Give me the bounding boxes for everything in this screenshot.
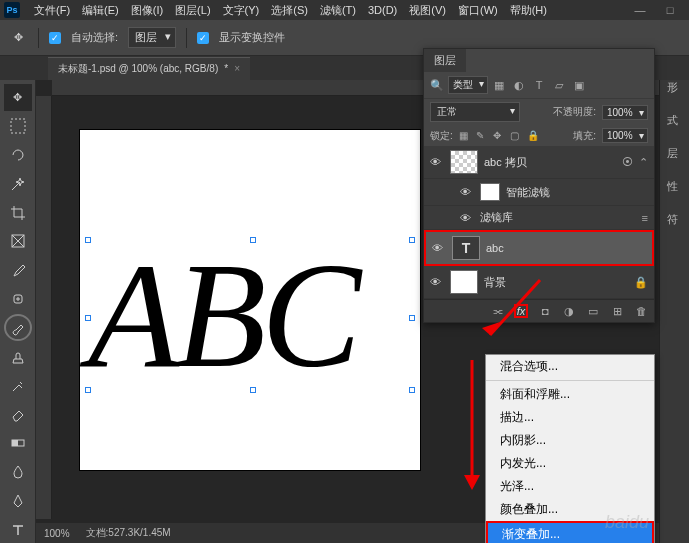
crop-tool[interactable] — [4, 199, 32, 226]
close-icon[interactable]: × — [234, 63, 240, 74]
layer-style-menu: 混合选项... 斜面和浮雕... 描边... 内阴影... 内发光... 光泽.… — [485, 354, 655, 543]
panel-shortcut[interactable]: 式 — [659, 113, 685, 128]
filter-adjust-icon[interactable]: ◐ — [512, 78, 526, 92]
group-icon[interactable]: ▭ — [586, 304, 600, 318]
fx-menu-item[interactable]: 颜色叠加... — [486, 498, 654, 521]
document-dirty-marker: * — [224, 63, 228, 74]
canvas-text: ABC — [88, 240, 412, 390]
visibility-icon[interactable]: 👁 — [460, 186, 474, 198]
type-tool[interactable] — [4, 516, 32, 543]
brush-tool[interactable] — [4, 314, 32, 341]
new-layer-icon[interactable]: ⊞ — [610, 304, 624, 318]
menu-file[interactable]: 文件(F) — [28, 1, 76, 20]
fx-menu-item[interactable]: 混合选项... — [486, 355, 654, 378]
layer-item[interactable]: 👁 背景 🔒 — [424, 266, 654, 299]
lock-transparency-icon[interactable]: ▦ — [459, 130, 471, 142]
show-transform-checkbox[interactable]: ✓ — [197, 32, 209, 44]
filter-smart-icon[interactable]: ▣ — [572, 78, 586, 92]
marquee-tool[interactable] — [4, 113, 32, 140]
layer-sub-item[interactable]: 👁 智能滤镜 — [424, 179, 654, 206]
layer-item-selected[interactable]: 👁 T abc — [424, 230, 654, 266]
smart-object-icon: ⦿ — [622, 156, 633, 168]
window-maximize[interactable]: □ — [655, 1, 685, 19]
filter-shape-icon[interactable]: ▱ — [552, 78, 566, 92]
window-minimize[interactable]: — — [625, 1, 655, 19]
divider — [186, 28, 187, 48]
expand-icon[interactable]: ⌃ — [639, 156, 648, 169]
eyedropper-tool[interactable] — [4, 257, 32, 284]
adjustment-layer-icon[interactable]: ◑ — [562, 304, 576, 318]
fx-menu-item[interactable]: 内发光... — [486, 452, 654, 475]
lock-pixels-icon[interactable]: ✎ — [476, 130, 488, 142]
blend-mode-select[interactable]: 正常 — [430, 102, 520, 122]
menu-edit[interactable]: 编辑(E) — [76, 1, 125, 20]
panel-shortcut[interactable]: 性 — [659, 179, 685, 194]
fx-menu-item[interactable]: 内阴影... — [486, 429, 654, 452]
filter-type-icon[interactable]: T — [532, 78, 546, 92]
zoom-level[interactable]: 100% — [44, 528, 70, 539]
fx-menu-item[interactable]: 光泽... — [486, 475, 654, 498]
gradient-tool[interactable] — [4, 430, 32, 457]
opacity-label: 不透明度: — [553, 105, 596, 119]
panel-shortcut[interactable]: 符 — [659, 212, 685, 227]
fx-menu-item[interactable]: 描边... — [486, 406, 654, 429]
menu-image[interactable]: 图像(I) — [125, 1, 169, 20]
add-mask-icon[interactable]: ◘ — [538, 304, 552, 318]
menu-layer[interactable]: 图层(L) — [169, 1, 216, 20]
auto-select-checkbox[interactable]: ✓ — [49, 32, 61, 44]
right-panel-labels: 形 式 层 性 符 — [659, 80, 685, 227]
menu-filter[interactable]: 滤镜(T) — [314, 1, 362, 20]
visibility-icon[interactable]: 👁 — [430, 156, 444, 168]
menu-3d[interactable]: 3D(D) — [362, 2, 403, 18]
clone-stamp-tool[interactable] — [4, 343, 32, 370]
auto-select-label: 自动选择: — [71, 30, 118, 45]
healing-tool[interactable] — [4, 286, 32, 313]
frame-tool[interactable] — [4, 228, 32, 255]
layer-name: abc — [486, 242, 646, 254]
svg-rect-4 — [12, 440, 18, 446]
text-layer-bounds[interactable]: ABC — [88, 240, 412, 390]
delete-layer-icon[interactable]: 🗑 — [634, 304, 648, 318]
layers-tab[interactable]: 图层 — [424, 49, 466, 72]
search-icon[interactable]: 🔍 — [430, 79, 444, 92]
menu-select[interactable]: 选择(S) — [265, 1, 314, 20]
visibility-icon[interactable]: 👁 — [432, 242, 446, 254]
ruler-vertical[interactable] — [36, 96, 52, 519]
panel-shortcut[interactable]: 形 — [659, 80, 685, 95]
layer-name: 滤镜库 — [480, 210, 636, 225]
svg-rect-0 — [11, 119, 25, 133]
layer-fx-button[interactable]: fx — [514, 304, 528, 318]
menu-type[interactable]: 文字(Y) — [217, 1, 266, 20]
fx-menu-item-highlight[interactable]: 渐变叠加... — [486, 521, 654, 543]
filter-pixel-icon[interactable]: ▦ — [492, 78, 506, 92]
visibility-icon[interactable]: 👁 — [430, 276, 444, 288]
lasso-tool[interactable] — [4, 142, 32, 169]
lock-all-icon[interactable]: 🔒 — [527, 130, 539, 142]
link-layers-icon[interactable]: ⫘ — [490, 304, 504, 318]
layer-item[interactable]: 👁 abc 拷贝 ⦿ ⌃ — [424, 146, 654, 179]
layer-sub-item[interactable]: 👁 滤镜库 ≡ — [424, 206, 654, 230]
fx-menu-item[interactable]: 斜面和浮雕... — [486, 383, 654, 406]
menu-view[interactable]: 视图(V) — [403, 1, 452, 20]
eraser-tool[interactable] — [4, 401, 32, 428]
fill-input[interactable]: 100% — [602, 128, 648, 143]
document-tab[interactable]: 未标题-1.psd @ 100% (abc, RGB/8) * × — [48, 57, 250, 80]
menu-window[interactable]: 窗口(W) — [452, 1, 504, 20]
panel-shortcut[interactable]: 层 — [659, 146, 685, 161]
visibility-icon[interactable]: 👁 — [460, 212, 474, 224]
opacity-input[interactable]: 100% — [602, 105, 648, 120]
lock-artboard-icon[interactable]: ▢ — [510, 130, 522, 142]
auto-select-target[interactable]: 图层 — [128, 27, 176, 48]
move-tool[interactable]: ✥ — [4, 84, 32, 111]
blur-tool[interactable] — [4, 459, 32, 486]
history-brush-tool[interactable] — [4, 372, 32, 399]
show-transform-label: 显示变换控件 — [219, 30, 285, 45]
layer-name: 智能滤镜 — [506, 185, 648, 200]
menu-help[interactable]: 帮助(H) — [504, 1, 553, 20]
magic-wand-tool[interactable] — [4, 170, 32, 197]
filter-type-select[interactable]: 类型 — [448, 76, 488, 94]
pen-tool[interactable] — [4, 487, 32, 514]
filter-settings-icon[interactable]: ≡ — [642, 212, 648, 224]
lock-position-icon[interactable]: ✥ — [493, 130, 505, 142]
canvas[interactable]: ABC — [80, 130, 420, 470]
